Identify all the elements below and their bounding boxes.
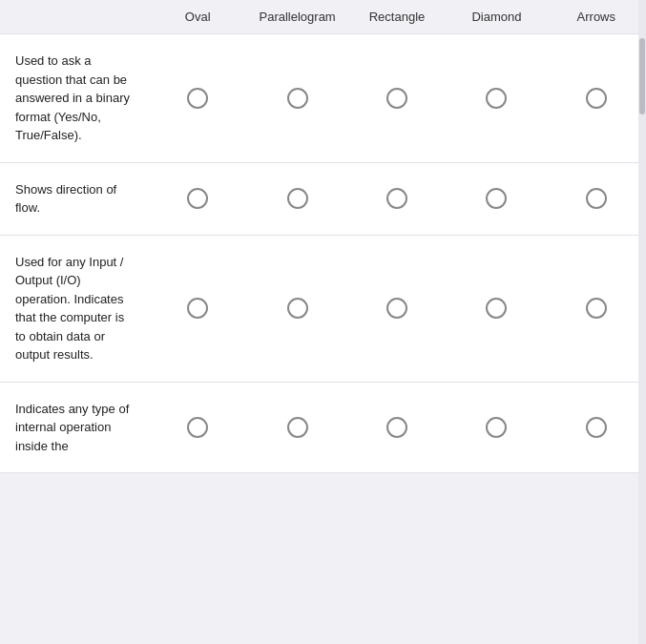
row-label-decision: Used to ask a question that can be answe… xyxy=(0,52,148,145)
radio-process-oval[interactable] xyxy=(187,417,208,438)
radio-process-rectangle[interactable] xyxy=(386,417,407,438)
radio-cell-process-diamond[interactable] xyxy=(447,417,546,438)
radio-decision-parallelogram[interactable] xyxy=(287,88,308,109)
radio-cell-flow-diamond[interactable] xyxy=(447,188,546,209)
quiz-table: Oval Parallelogram Rectangle Diamond Arr… xyxy=(0,0,646,473)
header-arrows: Arrows xyxy=(547,10,646,24)
radio-cell-flow-rectangle[interactable] xyxy=(347,188,447,209)
header-diamond: Diamond xyxy=(447,10,546,24)
radio-io-diamond[interactable] xyxy=(486,298,507,319)
radio-process-diamond[interactable] xyxy=(486,417,507,438)
radio-cell-process-arrows[interactable] xyxy=(547,417,646,438)
radio-decision-oval[interactable] xyxy=(187,88,208,109)
radio-cell-decision-parallelogram[interactable] xyxy=(247,88,346,109)
radio-cell-process-rectangle[interactable] xyxy=(347,417,447,438)
row-label-flow: Shows direction of flow. xyxy=(0,180,148,218)
radio-cell-process-oval[interactable] xyxy=(148,417,247,438)
header-oval: Oval xyxy=(148,10,247,24)
table-row-flow: Shows direction of flow. xyxy=(0,162,646,235)
header-rectangle: Rectangle xyxy=(347,10,447,24)
header-parallelogram: Parallelogram xyxy=(247,10,346,24)
radio-process-arrows[interactable] xyxy=(586,417,607,438)
row-label-io: Used for any Input / Output (I/O) operat… xyxy=(0,253,148,364)
radio-cell-io-diamond[interactable] xyxy=(447,298,546,319)
radio-cell-io-oval[interactable] xyxy=(148,298,247,319)
table-row-decision: Used to ask a question that can be answe… xyxy=(0,33,646,162)
scrollbar[interactable] xyxy=(638,0,646,644)
radio-cell-flow-arrows[interactable] xyxy=(547,188,646,209)
scrollbar-thumb[interactable] xyxy=(639,38,645,114)
radio-io-parallelogram[interactable] xyxy=(287,298,308,319)
radio-flow-diamond[interactable] xyxy=(486,188,507,209)
radio-cell-decision-oval[interactable] xyxy=(148,88,247,109)
radio-io-rectangle[interactable] xyxy=(386,298,407,319)
radio-cell-io-arrows[interactable] xyxy=(547,298,646,319)
radio-cell-process-parallelogram[interactable] xyxy=(247,417,346,438)
radio-decision-diamond[interactable] xyxy=(486,88,507,109)
radio-cell-io-parallelogram[interactable] xyxy=(247,298,346,319)
radio-flow-rectangle[interactable] xyxy=(386,188,407,209)
row-label-process: Indicates any type of internal operation… xyxy=(0,400,148,456)
radio-decision-rectangle[interactable] xyxy=(386,88,407,109)
radio-cell-decision-arrows[interactable] xyxy=(547,88,646,109)
radio-process-parallelogram[interactable] xyxy=(287,417,308,438)
radio-flow-parallelogram[interactable] xyxy=(287,188,308,209)
radio-cell-flow-oval[interactable] xyxy=(148,188,247,209)
radio-cell-decision-diamond[interactable] xyxy=(447,88,546,109)
radio-cell-flow-parallelogram[interactable] xyxy=(247,188,346,209)
radio-cell-decision-rectangle[interactable] xyxy=(347,88,447,109)
table-row-process: Indicates any type of internal operation… xyxy=(0,382,646,474)
radio-flow-arrows[interactable] xyxy=(586,188,607,209)
radio-decision-arrows[interactable] xyxy=(586,88,607,109)
radio-io-arrows[interactable] xyxy=(586,298,607,319)
radio-flow-oval[interactable] xyxy=(187,188,208,209)
header-empty xyxy=(0,10,148,24)
radio-cell-io-rectangle[interactable] xyxy=(347,298,447,319)
radio-io-oval[interactable] xyxy=(187,298,208,319)
table-header: Oval Parallelogram Rectangle Diamond Arr… xyxy=(0,0,646,33)
table-row-io: Used for any Input / Output (I/O) operat… xyxy=(0,235,646,382)
